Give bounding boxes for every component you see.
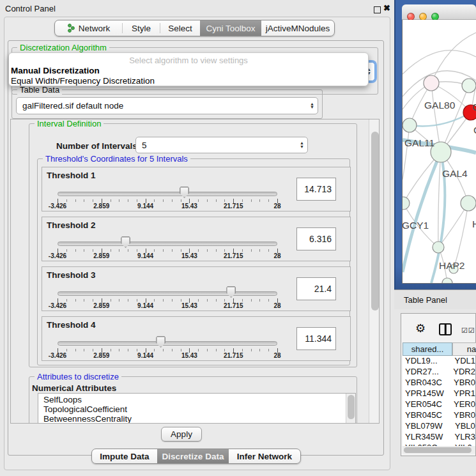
slider-thumb[interactable] bbox=[226, 286, 236, 298]
svg-text:GCY1: GCY1 bbox=[403, 220, 429, 231]
table-row[interactable]: YER054CYER0 bbox=[403, 399, 475, 410]
minor-tick bbox=[66, 299, 67, 302]
gear-icon[interactable]: ⚙ bbox=[415, 321, 426, 335]
numerical-attributes-heading: Numerical Attributes bbox=[32, 383, 116, 393]
tick-label: -3.426 bbox=[43, 252, 72, 259]
minor-tick bbox=[93, 249, 93, 252]
minor-tick bbox=[181, 349, 181, 351]
number-of-intervals-value: 5 bbox=[142, 141, 147, 150]
column-header-name[interactable]: na bbox=[452, 342, 476, 356]
network-graph: GAL80GCGAL11GAL4GCY1HHAP2 bbox=[403, 20, 476, 283]
table-panel-title: Table Panel bbox=[404, 295, 447, 305]
minor-tick bbox=[154, 199, 155, 202]
attribute-list-item[interactable]: BetweennessCentrality bbox=[43, 414, 355, 424]
minor-tick bbox=[75, 349, 76, 351]
checkboxes-icon[interactable]: ☑☑ bbox=[461, 326, 475, 335]
threshold-value-field[interactable]: 14.713 bbox=[296, 178, 336, 201]
attribute-list-item[interactable]: TopologicalCoefficient bbox=[43, 404, 355, 414]
cell-shared-name: YDL19... bbox=[403, 356, 453, 367]
minor-tick bbox=[163, 349, 164, 351]
column-header-shared-name[interactable]: shared... bbox=[403, 342, 452, 356]
number-of-intervals-combobox[interactable]: 5 ▲▼ bbox=[135, 137, 308, 153]
cell-shared-name: YBL079W bbox=[403, 421, 454, 432]
table-row[interactable]: YBR043CYBR0 bbox=[403, 378, 475, 388]
tick-label: 2.859 bbox=[88, 352, 116, 359]
threshold-label: Threshold 1 bbox=[47, 171, 96, 180]
cell-shared-name: YER054C bbox=[403, 399, 452, 410]
table-row[interactable]: YLR345WYLR3 bbox=[403, 432, 475, 443]
minor-tick bbox=[128, 249, 128, 252]
float-window-icon[interactable] bbox=[374, 6, 381, 13]
slider-thumb[interactable] bbox=[156, 336, 165, 348]
slider-track[interactable] bbox=[58, 192, 277, 196]
slider-track[interactable] bbox=[58, 291, 277, 296]
minor-tick bbox=[268, 299, 269, 302]
table-row[interactable]: YBL079WYBL0 bbox=[403, 421, 475, 432]
popup-option-equal-width[interactable]: Equal Width/Frequency Discretization bbox=[11, 76, 155, 86]
minor-tick bbox=[111, 299, 111, 302]
minor-tick bbox=[137, 349, 137, 351]
attributes-list-scrollbar[interactable] bbox=[346, 394, 355, 424]
slider-thumb[interactable] bbox=[180, 187, 189, 198]
tab-style[interactable]: Style bbox=[123, 20, 160, 36]
cell-name: YBR0 bbox=[452, 378, 475, 388]
algorithm-dropdown-popup: Select algorithm to view settings Manual… bbox=[8, 52, 369, 86]
threshold-block-2: Threshold 2-3.4262.8599.14415.4321.71528… bbox=[42, 217, 351, 261]
threshold-block-3: Threshold 3-3.4262.8599.14415.4321.71528… bbox=[42, 266, 351, 311]
cell-shared-name: YBR045C bbox=[403, 410, 452, 421]
settings-scrollpane: Interval Definition Number of Intervals … bbox=[10, 119, 380, 424]
minor-tick bbox=[111, 249, 111, 252]
slider-thumb[interactable] bbox=[121, 236, 130, 248]
bottom-tab-bar: Impute DataDiscretize DataInfer Network bbox=[91, 449, 301, 464]
numerical-attributes-list[interactable]: SelfLoopsTopologicalCoefficientBetweenne… bbox=[38, 393, 356, 424]
minor-tick bbox=[216, 249, 217, 252]
cell-name: YBR0 bbox=[452, 410, 475, 421]
table-data-combobox[interactable]: galFiltered.sif default node ▲▼ bbox=[16, 97, 318, 114]
tick-label: 15.43 bbox=[175, 352, 203, 359]
table-panel-strip: Table Panel bbox=[394, 289, 476, 309]
table-row[interactable]: YDL19...YDL1 bbox=[403, 356, 475, 367]
settings-scrollbar-thumb[interactable] bbox=[371, 132, 379, 311]
attribute-list-item[interactable]: SelfLoops bbox=[43, 395, 355, 404]
svg-text:H: H bbox=[472, 219, 476, 229]
cell-shared-name: YPR145W bbox=[403, 388, 452, 399]
minor-tick bbox=[172, 349, 173, 351]
minor-tick bbox=[251, 199, 252, 202]
table-row[interactable]: YPR145WYPR1 bbox=[403, 388, 475, 399]
threshold-value-field[interactable]: 21.4 bbox=[296, 277, 336, 300]
table-horizontal-scrollbar[interactable] bbox=[403, 446, 475, 454]
minor-tick bbox=[154, 349, 155, 351]
popup-option-manual[interactable]: Manual Discretization bbox=[11, 66, 100, 75]
network-canvas[interactable]: GAL80GCGAL11GAL4GCY1HHAP2 bbox=[403, 20, 476, 283]
threshold-value-field[interactable]: 11.344 bbox=[296, 327, 336, 350]
minor-tick bbox=[251, 349, 252, 351]
table-row[interactable]: YBR045CYBR0 bbox=[403, 410, 475, 421]
tab-infer-network[interactable]: Infer Network bbox=[229, 449, 300, 463]
minor-tick bbox=[154, 249, 155, 252]
group-table-data: Table Data galFiltered.sif default node … bbox=[12, 89, 323, 119]
tab-network[interactable]: Network bbox=[55, 20, 122, 36]
settings-scrollbar[interactable] bbox=[369, 119, 380, 424]
tick-label: 9.144 bbox=[132, 203, 160, 210]
group-title-attributes: Attributes to discretize bbox=[35, 372, 121, 381]
tab-select[interactable]: Select bbox=[160, 20, 200, 36]
minor-tick bbox=[216, 199, 217, 202]
network-window-titlebar[interactable] bbox=[402, 4, 476, 20]
minor-tick bbox=[242, 199, 243, 202]
apply-button[interactable]: Apply bbox=[161, 427, 202, 441]
tick-label: 28 bbox=[263, 252, 291, 259]
minor-tick bbox=[119, 349, 119, 351]
tab-jactivemnodules[interactable]: jActiveMNodules bbox=[261, 20, 334, 36]
close-icon[interactable]: ✖ bbox=[383, 3, 390, 13]
minor-tick bbox=[207, 249, 208, 252]
tab-discretize-data[interactable]: Discretize Data bbox=[157, 449, 229, 463]
slider-track[interactable] bbox=[58, 341, 277, 346]
threshold-value-field[interactable]: 6.316 bbox=[296, 227, 336, 250]
columns-icon[interactable] bbox=[439, 323, 452, 335]
table-row[interactable]: YDR27...YDR2 bbox=[403, 367, 475, 378]
slider-track[interactable] bbox=[58, 242, 277, 246]
table-rows[interactable]: YDL19...YDL1YDR27...YDR2YBR043CYBR0YPR14… bbox=[403, 356, 475, 446]
tab-impute-data[interactable]: Impute Data bbox=[92, 449, 157, 463]
tab-cyni-toolbox[interactable]: Cyni Toolbox bbox=[200, 20, 261, 36]
minor-tick bbox=[172, 199, 173, 202]
